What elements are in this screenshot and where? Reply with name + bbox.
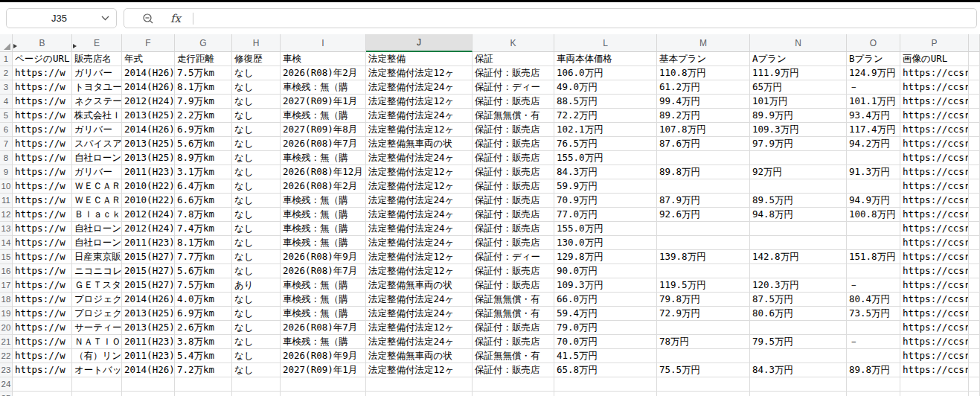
cell-M4[interactable]: 99.4万円 xyxy=(657,95,750,109)
cell-K6[interactable]: 保証付：販売店 xyxy=(473,123,554,137)
cell-H23[interactable]: なし xyxy=(232,363,281,377)
row-header-24[interactable]: 24 xyxy=(0,377,13,392)
cell-N18[interactable]: 87.5万円 xyxy=(750,293,847,307)
cell-H22[interactable]: なし xyxy=(232,349,281,363)
cell-L18[interactable]: 66.0万円 xyxy=(554,293,657,307)
cell-F8[interactable]: 2013(H25) xyxy=(122,151,175,165)
cell-F7[interactable]: 2013(H25) xyxy=(122,137,175,151)
cell-G7[interactable]: 5.6万km xyxy=(175,137,232,151)
cell-M9[interactable]: 89.8万円 xyxy=(657,165,750,179)
cell-M24[interactable] xyxy=(657,377,750,392)
cell-I18[interactable]: 車検残：無（購 xyxy=(281,293,366,307)
cell-N24[interactable] xyxy=(750,377,847,392)
column-header-E[interactable]: E xyxy=(72,34,122,52)
cell-J4[interactable]: 法定整備付法定12ヶ xyxy=(366,95,473,109)
cell-P11[interactable]: https://ccsrp xyxy=(900,194,969,208)
cell-H1[interactable]: 修復歴 xyxy=(232,52,281,66)
cell-N14[interactable] xyxy=(750,236,847,250)
cell-H21[interactable]: なし xyxy=(232,335,281,349)
row-header-9[interactable]: 9 xyxy=(0,165,13,179)
column-header-H[interactable]: H xyxy=(232,34,281,52)
cell-H11[interactable]: なし xyxy=(232,194,281,208)
cell-M18[interactable]: 79.8万円 xyxy=(657,293,750,307)
column-header-P[interactable]: P xyxy=(900,34,969,52)
cell-P22[interactable]: https://ccsrp xyxy=(900,349,969,363)
cell-O17[interactable]: － xyxy=(847,278,900,293)
cell-F13[interactable]: 2012(H24) xyxy=(122,222,175,236)
cell-P7[interactable]: https://ccsrp xyxy=(900,137,969,151)
cell-G19[interactable]: 6.9万km xyxy=(175,307,232,321)
cell-Q12[interactable] xyxy=(969,208,980,222)
cell-O3[interactable]: － xyxy=(847,80,900,95)
cell-I24[interactable] xyxy=(281,377,366,392)
cell-H17[interactable]: あり xyxy=(232,278,281,293)
cell-P13[interactable]: https://ccsrp xyxy=(900,222,969,236)
cell-G17[interactable]: 7.5万km xyxy=(175,278,232,293)
cell-B21[interactable]: https://w xyxy=(13,335,72,349)
cell-J8[interactable]: 法定整備付法定24ヶ xyxy=(366,151,473,165)
cell-J23[interactable]: 法定整備付法定12ヶ xyxy=(366,363,473,377)
cell-N15[interactable]: 142.8万円 xyxy=(750,250,847,264)
cell-K14[interactable]: 保証付：販売店 xyxy=(473,236,554,250)
cell-P3[interactable]: https://ccsrp xyxy=(900,80,969,95)
cell-E6[interactable]: ガリバー xyxy=(72,123,122,137)
cell-N12[interactable]: 94.8万円 xyxy=(750,208,847,222)
cell-J7[interactable]: 法定整備無車両の状 xyxy=(366,137,473,151)
row-header-13[interactable]: 13 xyxy=(0,222,13,236)
cell-O9[interactable]: 91.3万円 xyxy=(847,165,900,179)
cell-E15[interactable]: 日産東京販 xyxy=(72,250,122,264)
cell-M20[interactable] xyxy=(657,321,750,335)
cell-M7[interactable]: 87.6万円 xyxy=(657,137,750,151)
cell-E11[interactable]: ＷＥＣＡＲ xyxy=(72,194,122,208)
cell-G1[interactable]: 走行距離 xyxy=(175,52,232,66)
cell-P24[interactable] xyxy=(900,377,969,392)
cell-H10[interactable]: なし xyxy=(232,179,281,194)
cell-Q16[interactable] xyxy=(969,264,980,278)
row-header-21[interactable]: 21 xyxy=(0,335,13,349)
cell-E8[interactable]: 自社ローン xyxy=(72,151,122,165)
cell-J25[interactable] xyxy=(366,392,473,396)
cell-L1[interactable]: 車両本体価格 xyxy=(554,52,657,66)
cell-O16[interactable] xyxy=(847,264,900,278)
cell-N1[interactable]: Aプラン xyxy=(750,52,847,66)
cell-P2[interactable]: https://ccsrp xyxy=(900,66,969,80)
cell-N11[interactable]: 89.5万円 xyxy=(750,194,847,208)
row-header-25[interactable]: 25 xyxy=(0,392,13,396)
cell-P16[interactable]: https://ccsrp xyxy=(900,264,969,278)
cell-O6[interactable]: 117.4万円 xyxy=(847,123,900,137)
cell-N2[interactable]: 111.9万円 xyxy=(750,66,847,80)
cell-Q9[interactable] xyxy=(969,165,980,179)
cell-H7[interactable]: なし xyxy=(232,137,281,151)
cell-B22[interactable]: https://w xyxy=(13,349,72,363)
cell-E19[interactable]: プロジェク xyxy=(72,307,122,321)
cell-I16[interactable]: 2026(R08)年7月 xyxy=(281,264,366,278)
cell-O21[interactable]: － xyxy=(847,335,900,349)
row-header-3[interactable]: 3 xyxy=(0,80,13,95)
cell-Q20[interactable] xyxy=(969,321,980,335)
cell-O20[interactable] xyxy=(847,321,900,335)
cell-Q6[interactable] xyxy=(969,123,980,137)
row-header-23[interactable]: 23 xyxy=(0,363,13,377)
cell-E13[interactable]: 自社ローン xyxy=(72,222,122,236)
cell-J9[interactable]: 法定整備付法定12ヶ xyxy=(366,165,473,179)
cell-M15[interactable]: 139.8万円 xyxy=(657,250,750,264)
cell-F6[interactable]: 2014(H26) xyxy=(122,123,175,137)
cell-O25[interactable] xyxy=(847,392,900,396)
cell-F15[interactable]: 2015(H27) xyxy=(122,250,175,264)
cell-I6[interactable]: 2027(R09)年8月 xyxy=(281,123,366,137)
cell-B13[interactable]: https://w xyxy=(13,222,72,236)
cell-H19[interactable]: なし xyxy=(232,307,281,321)
cell-G13[interactable]: 7.4万km xyxy=(175,222,232,236)
cell-F17[interactable]: 2015(H27) xyxy=(122,278,175,293)
cell-G9[interactable]: 3.1万km xyxy=(175,165,232,179)
cell-Q22[interactable] xyxy=(969,349,980,363)
cell-J11[interactable]: 法定整備付法定24ヶ xyxy=(366,194,473,208)
select-all-button[interactable] xyxy=(0,34,13,52)
cell-M25[interactable] xyxy=(657,392,750,396)
cell-G14[interactable]: 8.1万km xyxy=(175,236,232,250)
cell-Q10[interactable] xyxy=(969,179,980,194)
cell-H18[interactable]: なし xyxy=(232,293,281,307)
cell-Q5[interactable] xyxy=(969,109,980,123)
cell-F14[interactable]: 2011(H23) xyxy=(122,236,175,250)
cell-E23[interactable]: オートバッ xyxy=(72,363,122,377)
